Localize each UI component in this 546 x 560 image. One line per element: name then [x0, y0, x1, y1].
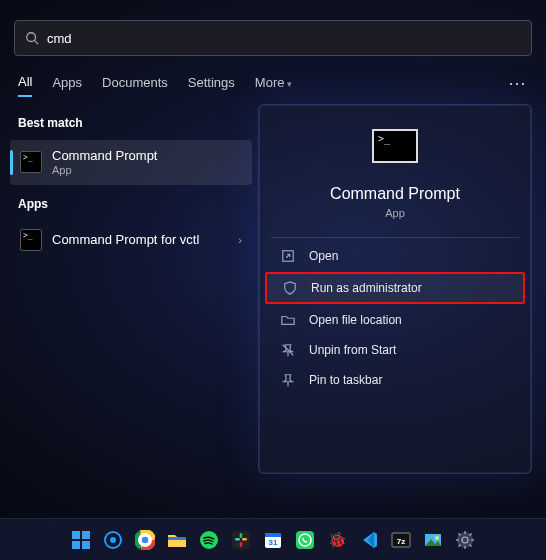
taskbar-7zip-icon[interactable]: 7z: [388, 527, 414, 553]
tab-documents[interactable]: Documents: [102, 69, 168, 96]
svg-point-0: [27, 33, 36, 42]
tab-settings[interactable]: Settings: [188, 69, 235, 96]
svg-rect-4: [72, 531, 80, 539]
svg-point-14: [141, 536, 149, 544]
section-best-match: Best match: [10, 104, 252, 140]
taskbar-spotify-icon[interactable]: [196, 527, 222, 553]
preview-title: Command Prompt: [259, 185, 531, 203]
tab-all[interactable]: All: [18, 68, 32, 97]
action-run-as-administrator[interactable]: Run as administrator: [265, 272, 525, 304]
start-button[interactable]: [68, 527, 94, 553]
search-input[interactable]: [47, 31, 521, 46]
taskbar-vscode-icon[interactable]: [356, 527, 382, 553]
svg-text:7z: 7z: [397, 537, 405, 546]
taskbar-explorer-icon[interactable]: [164, 527, 190, 553]
search-tabs: All Apps Documents Settings More▾ ⋯: [18, 68, 528, 97]
svg-line-1: [35, 41, 39, 45]
taskbar-calendar-icon[interactable]: 31: [260, 527, 286, 553]
pin-icon: [281, 373, 295, 387]
svg-rect-6: [72, 541, 80, 549]
action-open-file-location[interactable]: Open file location: [265, 306, 525, 334]
app-icon-large: [372, 129, 418, 163]
action-label: Open: [309, 249, 338, 263]
search-bar[interactable]: [14, 20, 532, 56]
folder-icon: [281, 313, 295, 327]
svg-rect-18: [235, 538, 240, 541]
action-pin-to-taskbar[interactable]: Pin to taskbar: [265, 366, 525, 394]
unpin-icon: [281, 343, 295, 357]
chevron-right-icon: ›: [238, 234, 242, 246]
taskbar-podcast-icon[interactable]: [100, 527, 126, 553]
svg-rect-7: [82, 541, 90, 549]
taskbar: 31 🐞 7z: [0, 518, 546, 560]
result-subtitle: App: [52, 164, 157, 177]
action-label: Run as administrator: [311, 281, 422, 295]
search-icon: [25, 31, 39, 45]
svg-point-31: [435, 536, 439, 540]
action-label: Pin to taskbar: [309, 373, 382, 387]
tab-more[interactable]: More▾: [255, 69, 293, 96]
taskbar-photos-icon[interactable]: [420, 527, 446, 553]
taskbar-game-icon[interactable]: 🐞: [324, 527, 350, 553]
tab-apps[interactable]: Apps: [52, 69, 82, 96]
svg-point-9: [110, 537, 116, 543]
action-open[interactable]: Open: [265, 242, 525, 270]
taskbar-settings-icon[interactable]: [452, 527, 478, 553]
taskbar-whatsapp-icon[interactable]: [292, 527, 318, 553]
options-icon[interactable]: ⋯: [508, 72, 528, 94]
result-command-prompt-vctl[interactable]: Command Prompt for vctl ›: [10, 221, 252, 259]
taskbar-slack-icon[interactable]: [228, 527, 254, 553]
svg-text:31: 31: [269, 538, 278, 547]
result-title: Command Prompt for vctl: [52, 232, 199, 248]
section-apps: Apps: [10, 185, 252, 221]
svg-rect-21: [240, 542, 243, 547]
svg-rect-23: [265, 533, 281, 537]
action-label: Unpin from Start: [309, 343, 396, 357]
result-command-prompt[interactable]: Command Prompt App: [10, 140, 252, 185]
svg-rect-20: [240, 533, 243, 538]
action-label: Open file location: [309, 313, 402, 327]
chevron-down-icon: ▾: [287, 79, 292, 89]
results-list: Best match Command Prompt App Apps Comma…: [10, 104, 252, 259]
svg-rect-5: [82, 531, 90, 539]
result-title: Command Prompt: [52, 148, 157, 164]
shield-icon: [283, 281, 297, 295]
taskbar-chrome-icon[interactable]: [132, 527, 158, 553]
open-icon: [281, 249, 295, 263]
preview-subtitle: App: [259, 207, 531, 219]
cmd-icon: [20, 151, 42, 173]
svg-rect-19: [242, 538, 247, 541]
divider: [271, 237, 519, 238]
svg-rect-15: [168, 537, 186, 540]
cmd-icon: [20, 229, 42, 251]
preview-panel: Command Prompt App Open Run as administr…: [258, 104, 532, 474]
action-unpin-from-start[interactable]: Unpin from Start: [265, 336, 525, 364]
